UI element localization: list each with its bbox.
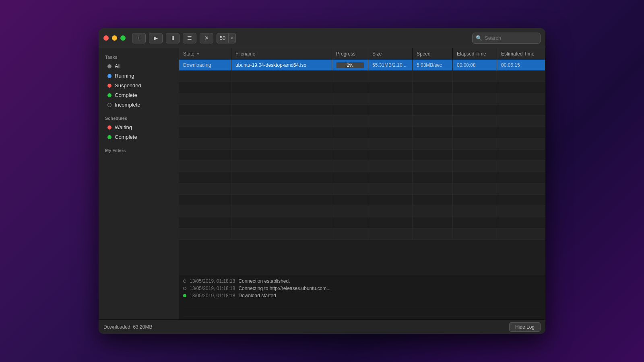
badge-button[interactable]: 50 ▾ (217, 33, 236, 43)
column-header-state[interactable]: State ▼ (179, 48, 231, 59)
log-entry: 13/05/2019, 01:18:18 Connection establis… (183, 278, 541, 285)
cell-elapsed: 00:00:08 (453, 60, 497, 70)
table-row[interactable] (179, 183, 545, 195)
table-header: State ▼ Filename Progress Size Speed Ela… (179, 48, 545, 60)
table-row[interactable]: Downloading ubuntu-19.04-desktop-amd64.i… (179, 60, 545, 71)
table-row[interactable] (179, 150, 545, 161)
add-button[interactable]: + (132, 33, 146, 43)
log-area: 13/05/2019, 01:18:18 Connection establis… (179, 275, 545, 319)
log-message: Connecting to http://releases.ubuntu.com… (238, 286, 330, 291)
cell-filename: ubuntu-19.04-desktop-amd64.iso (231, 60, 332, 70)
sidebar-label-waiting: Waiting (115, 124, 132, 130)
table-row[interactable] (179, 82, 545, 93)
list-button[interactable]: ☰ (183, 33, 196, 43)
search-box[interactable]: 🔍 (472, 33, 541, 44)
app-window: + ▶ ⏸ ☰ ✕ 50 ▾ 🔍 Tasks (99, 28, 545, 334)
status-bar: Downloaded: 63.20MB Hide Log (99, 319, 545, 334)
log-dot-icon (183, 294, 186, 297)
hide-log-button[interactable]: Hide Log (509, 322, 541, 332)
progress-bar-container: 2% (336, 62, 364, 68)
pause-button[interactable]: ⏸ (166, 33, 180, 43)
sidebar-item-complete[interactable]: Complete (101, 90, 176, 100)
badge-count: 50 (217, 33, 229, 43)
sidebar-item-schedules-complete[interactable]: Complete (101, 132, 176, 142)
sidebar-item-waiting[interactable]: Waiting (101, 123, 176, 132)
schedules-section-title: Schedules (99, 113, 179, 122)
my-filters-section-title: My Filters (99, 146, 179, 154)
table-row[interactable] (179, 228, 545, 240)
sidebar-label-schedules-complete: Complete (115, 134, 137, 140)
schedules-complete-icon (107, 135, 111, 139)
search-input[interactable] (485, 35, 537, 41)
sidebar-item-incomplete[interactable]: Incomplete (101, 100, 176, 109)
column-header-speed[interactable]: Speed (413, 48, 453, 59)
minimize-button[interactable] (112, 35, 117, 41)
log-empty-row (183, 308, 541, 317)
sidebar-item-all[interactable]: All (101, 62, 176, 71)
log-entry: 13/05/2019, 01:18:18 Connecting to http:… (183, 285, 541, 292)
table-body: Downloading ubuntu-19.04-desktop-amd64.i… (179, 60, 545, 275)
sidebar-label-running: Running (115, 73, 134, 79)
incomplete-icon (107, 103, 111, 107)
log-dot-icon (183, 280, 186, 283)
log-empty-row (183, 299, 541, 308)
complete-icon (107, 93, 111, 97)
log-dot-icon (183, 287, 186, 290)
downloaded-status: Downloaded: 63.20MB (103, 324, 509, 330)
log-entry: 13/05/2019, 01:18:18 Download started (183, 292, 541, 299)
table-area: State ▼ Filename Progress Size Speed Ela… (179, 48, 545, 319)
traffic-lights (103, 35, 126, 41)
column-header-size[interactable]: Size (368, 48, 413, 59)
sidebar-label-complete: Complete (115, 92, 137, 98)
table-row[interactable] (179, 105, 545, 116)
table-row[interactable] (179, 161, 545, 172)
cell-speed: 5.03MB/sec (413, 60, 453, 70)
sidebar-item-running[interactable]: Running (101, 71, 176, 80)
titlebar: + ▶ ⏸ ☰ ✕ 50 ▾ 🔍 (99, 28, 545, 48)
table-row[interactable] (179, 206, 545, 217)
sidebar-label-all: All (115, 63, 120, 69)
waiting-icon (107, 125, 111, 130)
cell-progress: 2% (332, 60, 368, 70)
table-row[interactable] (179, 138, 545, 150)
tasks-section-title: Tasks (99, 52, 179, 61)
sidebar-label-suspended: Suspended (115, 82, 141, 88)
log-message: Connection established. (238, 278, 290, 284)
column-header-progress[interactable]: Progress (332, 48, 368, 59)
sidebar-item-suspended[interactable]: Suspended (101, 81, 176, 90)
close-button[interactable] (103, 35, 109, 41)
suspended-icon (107, 84, 111, 88)
log-message: Download started (238, 293, 276, 298)
play-button[interactable]: ▶ (149, 33, 163, 43)
cell-state: Downloading (179, 60, 231, 70)
search-icon: 🔍 (476, 35, 482, 41)
table-row[interactable] (179, 116, 545, 127)
log-timestamp: 13/05/2019, 01:18:18 (190, 293, 235, 298)
log-timestamp: 13/05/2019, 01:18:18 (190, 278, 235, 284)
cell-size: 55.31MB/2.10... (368, 60, 413, 70)
stop-button[interactable]: ✕ (200, 33, 213, 43)
all-icon (107, 64, 111, 68)
table-row[interactable] (179, 93, 545, 105)
sidebar-label-incomplete: Incomplete (115, 102, 140, 108)
table-row[interactable] (179, 217, 545, 228)
running-icon (107, 74, 111, 78)
progress-text: 2% (336, 62, 364, 68)
table-row[interactable] (179, 195, 545, 206)
table-row[interactable] (179, 71, 545, 82)
sort-arrow-icon: ▼ (196, 51, 200, 56)
column-header-estimated[interactable]: Estimated Time (497, 48, 545, 59)
column-header-elapsed[interactable]: Elapsed Time (453, 48, 497, 59)
badge-dropdown-arrow[interactable]: ▾ (229, 33, 236, 43)
maximize-button[interactable] (120, 35, 126, 41)
column-header-filename[interactable]: Filename (231, 48, 332, 59)
main-content: Tasks All Running Suspended Complete Inc… (99, 48, 545, 319)
table-row[interactable] (179, 172, 545, 183)
log-timestamp: 13/05/2019, 01:18:18 (190, 286, 235, 291)
cell-estimated: 00:06:15 (497, 60, 545, 70)
table-row[interactable] (179, 127, 545, 138)
sidebar: Tasks All Running Suspended Complete Inc… (99, 48, 179, 319)
